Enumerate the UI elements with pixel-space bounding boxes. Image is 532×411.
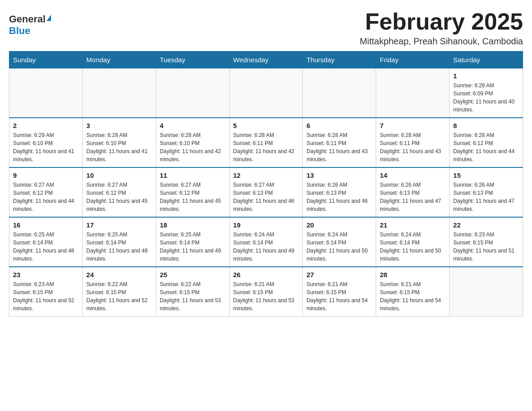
calendar-cell: 12Sunrise: 6:27 AMSunset: 6:13 PMDayligh…	[229, 167, 303, 217]
day-info: Sunrise: 6:28 AMSunset: 6:10 PMDaylight:…	[86, 131, 152, 163]
calendar-cell	[82, 68, 156, 118]
day-info: Sunrise: 6:22 AMSunset: 6:15 PMDaylight:…	[86, 280, 152, 313]
day-number: 17	[86, 221, 152, 229]
calendar-cell	[9, 68, 83, 118]
calendar-week-row: 2Sunrise: 6:29 AMSunset: 6:10 PMDaylight…	[9, 118, 523, 167]
day-info: Sunrise: 6:29 AMSunset: 6:09 PMDaylight:…	[453, 81, 519, 114]
day-info: Sunrise: 6:25 AMSunset: 6:14 PMDaylight:…	[160, 231, 226, 263]
calendar-cell: 20Sunrise: 6:24 AMSunset: 6:14 PMDayligh…	[303, 217, 376, 267]
day-number: 10	[86, 171, 152, 179]
calendar-cell: 27Sunrise: 6:21 AMSunset: 6:15 PMDayligh…	[303, 267, 376, 317]
day-number: 23	[13, 271, 79, 278]
calendar-cell: 5Sunrise: 6:28 AMSunset: 6:11 PMDaylight…	[229, 118, 303, 167]
day-info: Sunrise: 6:25 AMSunset: 6:14 PMDaylight:…	[86, 231, 152, 263]
day-number: 2	[13, 122, 79, 129]
calendar-cell: 1Sunrise: 6:29 AMSunset: 6:09 PMDaylight…	[450, 68, 523, 118]
day-number: 26	[233, 271, 299, 278]
day-info: Sunrise: 6:27 AMSunset: 6:13 PMDaylight:…	[233, 181, 299, 213]
day-info: Sunrise: 6:27 AMSunset: 6:12 PMDaylight:…	[13, 181, 79, 213]
day-number: 14	[380, 171, 446, 179]
calendar-cell: 22Sunrise: 6:23 AMSunset: 6:15 PMDayligh…	[450, 217, 523, 267]
day-info: Sunrise: 6:28 AMSunset: 6:11 PMDaylight:…	[306, 131, 372, 163]
weekday-header-friday: Friday	[376, 51, 450, 68]
day-number: 1	[453, 72, 519, 80]
calendar-week-row: 16Sunrise: 6:25 AMSunset: 6:14 PMDayligh…	[9, 217, 523, 267]
day-number: 13	[306, 171, 372, 179]
day-number: 11	[160, 171, 226, 179]
logo: General Blue	[9, 9, 51, 37]
day-info: Sunrise: 6:24 AMSunset: 6:14 PMDaylight:…	[380, 231, 446, 263]
calendar-cell: 7Sunrise: 6:28 AMSunset: 6:11 PMDaylight…	[376, 118, 450, 167]
day-number: 18	[160, 221, 226, 229]
day-info: Sunrise: 6:28 AMSunset: 6:12 PMDaylight:…	[453, 131, 519, 163]
location-title: Mittakpheap, Preah Sihanouk, Cambodia	[360, 36, 523, 47]
day-number: 9	[13, 171, 79, 179]
calendar-week-row: 23Sunrise: 6:23 AMSunset: 6:15 PMDayligh…	[9, 267, 523, 317]
day-number: 3	[86, 122, 152, 129]
day-number: 6	[306, 122, 372, 129]
logo-blue-text: Blue	[9, 25, 30, 37]
day-info: Sunrise: 6:21 AMSunset: 6:15 PMDaylight:…	[380, 280, 446, 313]
calendar-cell: 24Sunrise: 6:22 AMSunset: 6:15 PMDayligh…	[82, 267, 156, 317]
calendar-cell: 13Sunrise: 6:26 AMSunset: 6:13 PMDayligh…	[303, 167, 376, 217]
day-number: 12	[233, 171, 299, 179]
weekday-header-row: SundayMondayTuesdayWednesdayThursdayFrid…	[9, 51, 523, 68]
day-number: 8	[453, 122, 519, 129]
day-info: Sunrise: 6:28 AMSunset: 6:11 PMDaylight:…	[380, 131, 446, 163]
day-info: Sunrise: 6:21 AMSunset: 6:15 PMDaylight:…	[233, 280, 299, 313]
day-number: 7	[380, 122, 446, 129]
day-info: Sunrise: 6:23 AMSunset: 6:15 PMDaylight:…	[453, 231, 519, 263]
title-section: February 2025 Mittakpheap, Preah Sihanou…	[360, 9, 523, 47]
weekday-header-wednesday: Wednesday	[229, 51, 303, 68]
page-header: General Blue February 2025 Mittakpheap, …	[9, 9, 523, 47]
day-info: Sunrise: 6:26 AMSunset: 6:13 PMDaylight:…	[453, 181, 519, 213]
month-title: February 2025	[360, 9, 523, 34]
day-info: Sunrise: 6:21 AMSunset: 6:15 PMDaylight:…	[306, 280, 372, 313]
day-number: 27	[306, 271, 372, 278]
calendar-cell: 6Sunrise: 6:28 AMSunset: 6:11 PMDaylight…	[303, 118, 376, 167]
day-info: Sunrise: 6:26 AMSunset: 6:13 PMDaylight:…	[306, 181, 372, 213]
calendar-cell: 3Sunrise: 6:28 AMSunset: 6:10 PMDaylight…	[82, 118, 156, 167]
day-number: 28	[380, 271, 446, 278]
calendar-cell: 16Sunrise: 6:25 AMSunset: 6:14 PMDayligh…	[9, 217, 83, 267]
day-info: Sunrise: 6:27 AMSunset: 6:12 PMDaylight:…	[86, 181, 152, 213]
day-number: 24	[86, 271, 152, 278]
day-number: 5	[233, 122, 299, 129]
weekday-header-sunday: Sunday	[9, 51, 83, 68]
weekday-header-saturday: Saturday	[450, 51, 523, 68]
calendar-cell: 19Sunrise: 6:24 AMSunset: 6:14 PMDayligh…	[229, 217, 303, 267]
calendar-cell: 8Sunrise: 6:28 AMSunset: 6:12 PMDaylight…	[450, 118, 523, 167]
day-number: 16	[13, 221, 79, 229]
day-info: Sunrise: 6:28 AMSunset: 6:10 PMDaylight:…	[160, 131, 226, 163]
day-number: 21	[380, 221, 446, 229]
day-info: Sunrise: 6:25 AMSunset: 6:14 PMDaylight:…	[13, 231, 79, 263]
calendar-cell: 17Sunrise: 6:25 AMSunset: 6:14 PMDayligh…	[82, 217, 156, 267]
weekday-header-thursday: Thursday	[303, 51, 376, 68]
day-info: Sunrise: 6:24 AMSunset: 6:14 PMDaylight:…	[233, 231, 299, 263]
calendar-cell	[303, 68, 376, 118]
calendar-cell: 21Sunrise: 6:24 AMSunset: 6:14 PMDayligh…	[376, 217, 450, 267]
calendar-cell: 11Sunrise: 6:27 AMSunset: 6:12 PMDayligh…	[156, 167, 229, 217]
day-info: Sunrise: 6:27 AMSunset: 6:12 PMDaylight:…	[160, 181, 226, 213]
day-info: Sunrise: 6:29 AMSunset: 6:10 PMDaylight:…	[13, 131, 79, 163]
day-number: 15	[453, 171, 519, 179]
calendar-cell: 9Sunrise: 6:27 AMSunset: 6:12 PMDaylight…	[9, 167, 83, 217]
day-info: Sunrise: 6:26 AMSunset: 6:13 PMDaylight:…	[380, 181, 446, 213]
calendar-week-row: 1Sunrise: 6:29 AMSunset: 6:09 PMDaylight…	[9, 68, 523, 118]
calendar-cell	[450, 267, 523, 317]
calendar-cell: 10Sunrise: 6:27 AMSunset: 6:12 PMDayligh…	[82, 167, 156, 217]
calendar-cell: 4Sunrise: 6:28 AMSunset: 6:10 PMDaylight…	[156, 118, 229, 167]
day-info: Sunrise: 6:24 AMSunset: 6:14 PMDaylight:…	[306, 231, 372, 263]
calendar-cell: 18Sunrise: 6:25 AMSunset: 6:14 PMDayligh…	[156, 217, 229, 267]
day-info: Sunrise: 6:28 AMSunset: 6:11 PMDaylight:…	[233, 131, 299, 163]
logo-triangle-icon	[47, 15, 51, 21]
calendar-cell: 26Sunrise: 6:21 AMSunset: 6:15 PMDayligh…	[229, 267, 303, 317]
logo-general-text: General	[9, 13, 46, 25]
day-number: 4	[160, 122, 226, 129]
calendar-cell	[229, 68, 303, 118]
calendar-cell: 14Sunrise: 6:26 AMSunset: 6:13 PMDayligh…	[376, 167, 450, 217]
day-info: Sunrise: 6:22 AMSunset: 6:15 PMDaylight:…	[160, 280, 226, 313]
weekday-header-tuesday: Tuesday	[156, 51, 229, 68]
weekday-header-monday: Monday	[82, 51, 156, 68]
day-number: 20	[306, 221, 372, 229]
